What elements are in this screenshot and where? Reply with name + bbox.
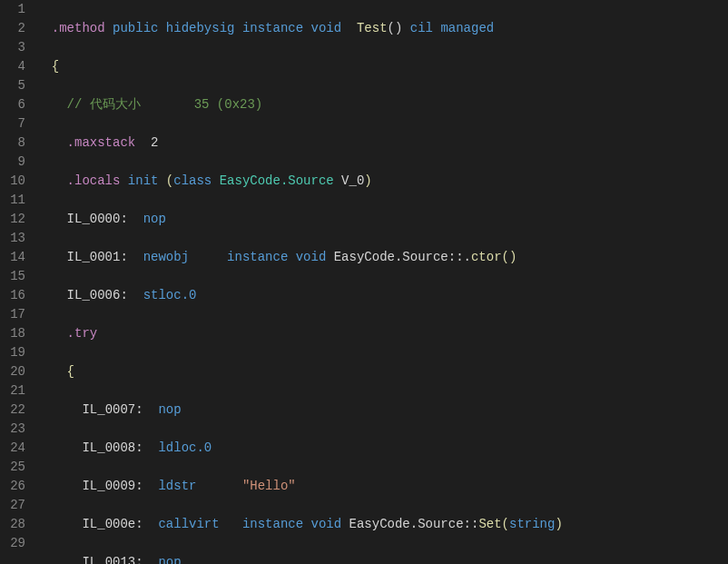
token-punct: ( (166, 173, 173, 188)
token-directive: .locals (67, 173, 121, 188)
token-number: 2 (151, 135, 158, 150)
code-line[interactable]: .locals init (class EasyCode.Source V_0) (36, 172, 721, 191)
token-punct: () (502, 250, 517, 264)
line-number: 11 (7, 191, 25, 210)
line-number: 21 (7, 381, 25, 401)
token-brace: { (67, 364, 74, 379)
line-number: 29 (7, 534, 25, 553)
line-number: 15 (7, 267, 25, 286)
token-keyword: void (311, 517, 342, 531)
token-punct: . (464, 250, 471, 264)
token-punct: :: (448, 250, 464, 264)
line-number: 25 (7, 458, 25, 477)
token-punct: :: (464, 517, 479, 531)
token-comment: 代码大小 (90, 97, 141, 112)
token-type: EasyCode.Source (220, 173, 334, 188)
line-number: 5 (7, 76, 25, 95)
line-number: 4 (7, 57, 25, 76)
token-keyword: instance (242, 517, 303, 531)
token-punct: ) (555, 517, 562, 531)
token-method: Test (357, 21, 388, 35)
token-keyword: void (296, 250, 327, 264)
line-number: 10 (7, 172, 25, 191)
code-line[interactable]: IL_000e: callvirt instance void EasyCode… (36, 515, 721, 534)
token-comment: // (67, 97, 90, 112)
code-line[interactable]: // 代码大小 35 (0x23) (36, 95, 721, 114)
line-number: 1 (7, 0, 25, 19)
token-op: ldloc.0 (158, 440, 212, 455)
line-number: 8 (7, 134, 25, 153)
token-label: IL_0008: (82, 440, 143, 455)
line-number: 7 (7, 114, 25, 134)
token-op: newobj (143, 250, 189, 264)
code-line[interactable]: IL_0008: ldloc.0 (36, 439, 721, 458)
line-number-gutter: 1 2 3 4 5 6 7 8 9 10 11 12 13 14 15 16 1… (0, 0, 36, 564)
code-line[interactable]: IL_0006: stloc.0 (36, 286, 721, 305)
line-number: 16 (7, 286, 25, 305)
token-var: V_0 (341, 173, 364, 188)
token-keyword: init (128, 173, 159, 188)
token-label: IL_0000: (67, 212, 128, 226)
token-method: ctor (471, 250, 502, 264)
line-number: 28 (7, 515, 25, 534)
token-op: callvirt (158, 517, 219, 531)
token-brace: { (52, 59, 59, 74)
token-type: EasyCode.Source (334, 250, 448, 264)
token-punct: () (388, 21, 403, 35)
line-number: 17 (7, 305, 25, 324)
token-type: EasyCode.Source (349, 517, 464, 531)
token-label: IL_0006: (67, 288, 128, 302)
line-number: 27 (7, 496, 25, 515)
token-directive: .method (52, 21, 105, 35)
token-punct: ) (364, 173, 371, 188)
line-number: 22 (7, 401, 25, 420)
code-line[interactable]: IL_0007: nop (36, 401, 721, 420)
code-line[interactable]: .method public hidebysig instance void T… (36, 19, 721, 38)
token-keyword: class (173, 173, 212, 188)
code-line[interactable]: .maxstack 2 (36, 134, 721, 153)
token-keyword: string (509, 517, 555, 531)
code-line[interactable]: IL_0013: nop (36, 553, 721, 564)
code-line[interactable]: { (36, 57, 721, 76)
line-number: 12 (7, 210, 25, 229)
token-op: stloc.0 (143, 288, 197, 302)
token-comment: 35 (0x23) (141, 97, 262, 112)
token-directive: .maxstack (67, 135, 136, 150)
token-keyword: cil (410, 21, 433, 35)
token-op: nop (158, 555, 181, 564)
token-string: "Hello" (242, 479, 296, 493)
code-line[interactable]: IL_0009: ldstr "Hello" (36, 477, 721, 496)
token-method: Set (478, 517, 501, 531)
line-number: 9 (7, 153, 25, 172)
line-number: 20 (7, 362, 25, 381)
token-label: IL_0001: (67, 250, 128, 264)
line-number: 3 (7, 38, 25, 57)
token-op: nop (143, 212, 166, 226)
token-op: ldstr (158, 479, 196, 493)
token-label: IL_000e: (82, 517, 143, 531)
token-keyword: instance (242, 21, 303, 35)
token-op: nop (158, 402, 181, 417)
line-number: 14 (7, 248, 25, 267)
token-keyword: public (113, 21, 158, 35)
line-number: 19 (7, 343, 25, 362)
token-keyword: managed (440, 21, 494, 35)
code-line[interactable]: .try (36, 324, 721, 343)
line-number: 23 (7, 420, 25, 439)
token-label: IL_0013: (82, 555, 143, 564)
token-label: IL_0007: (82, 402, 143, 417)
token-keyword: void (311, 21, 342, 35)
code-editor[interactable]: .method public hidebysig instance void T… (36, 0, 728, 564)
line-number: 6 (7, 95, 25, 114)
code-line[interactable]: IL_0001: newobj instance void EasyCode.S… (36, 248, 721, 267)
line-number: 24 (7, 439, 25, 458)
token-directive: .try (67, 326, 98, 341)
token-punct: ( (502, 517, 509, 531)
code-line[interactable]: { (36, 362, 721, 381)
line-number: 13 (7, 229, 25, 248)
line-number: 2 (7, 19, 25, 38)
line-number: 26 (7, 477, 25, 496)
line-number: 18 (7, 324, 25, 343)
token-label: IL_0009: (82, 479, 143, 493)
code-line[interactable]: IL_0000: nop (36, 210, 721, 229)
